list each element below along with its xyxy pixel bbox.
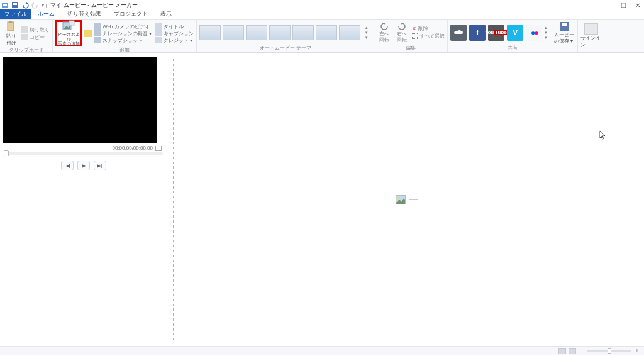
add-video-photo-button[interactable]: ビデオおよび 写真の追加 (55, 20, 82, 46)
select-all-button[interactable]: すべて選択 (412, 33, 445, 40)
group-signin: サインイン (578, 20, 604, 52)
maximize-button[interactable]: ☐ (621, 2, 626, 9)
share-onedrive-button[interactable] (450, 25, 467, 41)
credits-button[interactable]: クレジット ▾ (155, 37, 194, 44)
play-button[interactable]: ▶ (77, 161, 90, 170)
share-facebook-button[interactable]: f (469, 25, 486, 41)
group-add: ビデオおよび 写真の追加 Web カメラのビデオ ナレーションの録音 ▾ スナッ… (53, 20, 197, 52)
snapshot-button[interactable]: スナップショット (94, 37, 152, 44)
qat-dropdown[interactable]: ▾ | (42, 3, 47, 8)
caption-label: キャプション (164, 30, 194, 37)
share-youtube-button[interactable]: YouTube (488, 25, 504, 41)
placeholder-image-icon (396, 195, 406, 204)
svg-rect-5 (9, 21, 12, 23)
theme-thumb[interactable] (223, 25, 244, 40)
mouse-cursor-icon (598, 130, 607, 141)
theme-thumb[interactable] (316, 25, 337, 40)
theme-thumb[interactable] (246, 25, 267, 40)
undo-icon[interactable] (21, 1, 29, 9)
seek-slider[interactable] (3, 152, 164, 155)
caption-button[interactable]: キャプション (155, 30, 194, 37)
save-movie-button[interactable]: ムービー の保存 ▾ (553, 21, 575, 45)
tab-view[interactable]: 表示 (154, 9, 178, 19)
video-preview[interactable] (3, 57, 157, 143)
zoom-out-button[interactable]: − (579, 347, 585, 354)
title-button[interactable]: タイトル (155, 23, 194, 30)
signin-label: サインイン (580, 35, 602, 48)
group-share-label: 共有 (508, 45, 518, 52)
add-media-icon (62, 20, 75, 31)
svg-rect-10 (562, 23, 567, 26)
narration-icon (94, 30, 101, 36)
music-icon[interactable] (84, 30, 92, 37)
minimize-button[interactable]: — (606, 2, 612, 9)
prev-frame-button[interactable]: |◀ (61, 161, 74, 170)
theme-thumb[interactable] (292, 25, 314, 40)
theme-thumb[interactable] (199, 25, 221, 40)
snapshot-label: スナップショット (103, 37, 143, 44)
group-share: f YouTube V ●● ▴▾▾ ムービー の保存 ▾ 共有 (448, 20, 578, 52)
timecode-text: 00:00.00/00:00.00 (112, 145, 153, 151)
svg-rect-4 (8, 22, 14, 31)
theme-more-button[interactable]: ▴▾▾ (362, 25, 371, 40)
select-all-icon (412, 33, 418, 39)
title-label: タイトル (164, 23, 184, 30)
svg-point-7 (65, 23, 67, 25)
signin-button[interactable]: サインイン (580, 23, 602, 48)
tab-project[interactable]: プロジェクト (108, 9, 154, 19)
webcam-label: Web カメラのビデオ (103, 23, 150, 30)
narration-button[interactable]: ナレーションの録音 ▾ (94, 30, 152, 37)
add-media-label: ビデオおよび 写真の追加 (57, 32, 80, 46)
copy-label: コピー (30, 34, 45, 41)
svg-point-12 (397, 197, 399, 199)
rotate-left-label: 左へ 回転 (379, 31, 389, 43)
paste-icon (6, 21, 17, 32)
webcam-button[interactable]: Web カメラのビデオ (94, 23, 152, 30)
seek-thumb[interactable] (4, 150, 9, 156)
delete-button[interactable]: ✕削除 (412, 25, 445, 32)
svg-rect-3 (13, 3, 17, 5)
credits-label: クレジット ▾ (164, 37, 192, 44)
svg-rect-1 (3, 4, 7, 6)
tab-animation[interactable]: 切り替え効果 (61, 9, 108, 19)
group-automovie-label: オートムービー テーマ (260, 45, 311, 52)
group-edit: 左へ 回転 右へ 回転 ✕削除 すべて選択 編集 (374, 20, 448, 52)
credits-icon (155, 37, 162, 43)
paste-button[interactable]: 貼り 付け (3, 20, 20, 46)
zoom-slider[interactable] (587, 350, 631, 352)
preview-pane: 00:00.00/00:00.00 |◀ ▶ ▶| (0, 53, 167, 346)
share-vimeo-button[interactable]: V (507, 25, 523, 41)
share-flickr-button[interactable]: ●● (526, 25, 542, 41)
placeholder-dash (409, 199, 418, 200)
rotate-left-button[interactable]: 左へ 回転 (377, 22, 392, 43)
view-mode-1-button[interactable] (558, 348, 566, 354)
theme-thumb[interactable] (269, 25, 291, 40)
window-controls: — ☐ ✕ (606, 2, 644, 9)
rotate-right-icon (397, 22, 406, 31)
cut-button[interactable]: 切り取り (21, 26, 50, 33)
delete-label: 削除 (418, 25, 428, 32)
select-all-label: すべて選択 (419, 33, 445, 40)
tab-home[interactable]: ホーム (31, 9, 61, 19)
save-qat-icon[interactable] (11, 1, 19, 9)
redo-icon[interactable] (31, 1, 39, 9)
webcam-icon (94, 23, 101, 30)
theme-thumb[interactable] (339, 25, 360, 40)
rotate-right-button[interactable]: 右へ 回転 (394, 22, 409, 43)
close-button[interactable]: ✕ (635, 2, 640, 9)
tab-file[interactable]: ファイル (0, 9, 31, 19)
group-edit-label: 編集 (406, 45, 416, 52)
copy-button[interactable]: コピー (21, 34, 50, 41)
storyboard-pane (167, 53, 644, 346)
zoom-in-button[interactable]: + (634, 347, 640, 354)
rotate-right-label: 右へ 回転 (397, 31, 407, 43)
zoom-thumb[interactable] (608, 348, 611, 354)
view-mode-2-button[interactable] (569, 348, 576, 354)
paste-label: 貼り 付け (6, 33, 16, 46)
storyboard[interactable] (173, 57, 640, 342)
storyboard-placeholder (396, 195, 418, 204)
title-icon (155, 23, 162, 30)
app-icon (1, 1, 9, 9)
fullscreen-icon[interactable] (155, 146, 162, 151)
next-frame-button[interactable]: ▶| (94, 161, 106, 170)
